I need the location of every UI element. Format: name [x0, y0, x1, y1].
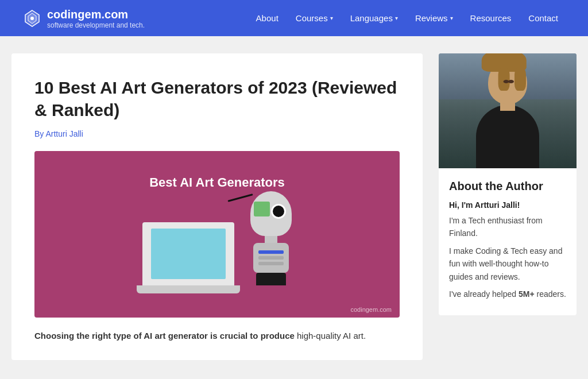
hero-image: Best AI Art Generators [34, 151, 400, 318]
chevron-down-icon: ▾ [450, 15, 453, 21]
sidebar: About the Author Hi, I'm Artturi Jalli! … [439, 53, 577, 315]
logo-title: codingem.com [47, 7, 145, 21]
author-name: Hi, I'm Artturi Jalli! [449, 200, 566, 210]
author-bio-line3: I've already helped 5M+ readers. [449, 288, 566, 300]
site-logo[interactable]: codingem.com software development and te… [23, 7, 145, 29]
chevron-down-icon: ▾ [330, 15, 333, 21]
article-title: 10 Best AI Art Generators of 2023 (Revie… [34, 76, 400, 121]
svg-point-2 [30, 17, 34, 20]
chevron-down-icon: ▾ [395, 15, 398, 21]
main-article: 10 Best AI Art Generators of 2023 (Revie… [11, 53, 423, 360]
nav-item-languages[interactable]: Languages ▾ [343, 9, 405, 28]
robot-illustration [250, 191, 292, 285]
hero-watermark: codingem.com [350, 306, 392, 313]
about-author-title: About the Author [449, 179, 566, 194]
author-link[interactable]: By Artturi Jalli [34, 129, 400, 138]
main-nav: About Courses ▾ Languages ▾ Reviews ▾ Re… [249, 9, 565, 28]
nav-item-reviews[interactable]: Reviews ▾ [408, 9, 460, 28]
page-content: 10 Best AI Art Generators of 2023 (Revie… [0, 36, 588, 377]
nav-item-courses[interactable]: Courses ▾ [289, 9, 340, 28]
site-header: codingem.com software development and te… [0, 0, 588, 36]
nav-item-resources[interactable]: Resources [463, 9, 519, 28]
laptop-illustration [137, 222, 240, 293]
nav-item-about[interactable]: About [249, 9, 285, 28]
logo-subtitle: software development and tech. [47, 21, 145, 29]
author-bio-line1: I'm a Tech enthusiast from Finland. [449, 214, 566, 240]
nav-item-contact[interactable]: Contact [521, 9, 565, 28]
author-bio-line2: I make Coding & Tech easy and fun with w… [449, 245, 566, 283]
author-photo [439, 53, 577, 168]
author-box: About the Author Hi, I'm Artturi Jalli! … [439, 168, 577, 315]
hero-image-title: Best AI Art Generators [149, 175, 285, 190]
article-excerpt: Choosing the right type of AI art genera… [34, 329, 400, 343]
logo-icon [23, 9, 41, 28]
